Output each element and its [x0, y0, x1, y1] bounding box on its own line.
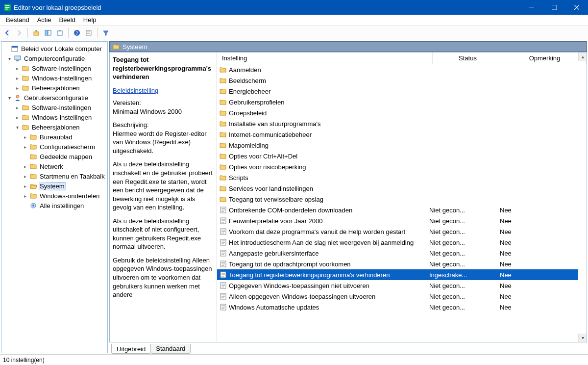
- tree-node[interactable]: Software-instellingen: [3, 103, 106, 112]
- svg-rect-2: [5, 7, 10, 8]
- menu-help[interactable]: Help: [79, 15, 100, 25]
- list-item[interactable]: Toegang tot registerbewerkingsprogramma'…: [217, 269, 578, 280]
- menu-beeld[interactable]: Beeld: [55, 15, 79, 25]
- tree-node-computer-config[interactable]: Computerconfiguratie: [3, 53, 106, 63]
- expand-icon[interactable]: [22, 164, 28, 169]
- menu-actie[interactable]: Actie: [33, 15, 55, 25]
- list-item[interactable]: Gebruikersprofielen: [217, 97, 578, 107]
- list-item[interactable]: Opties voor Ctrl+Alt+Del: [217, 151, 578, 161]
- tree-node[interactable]: Windows-onderdelen: [3, 191, 106, 201]
- properties-button[interactable]: [83, 27, 94, 38]
- tree-node[interactable]: Software-instellingen: [3, 63, 106, 73]
- expand-icon[interactable]: [22, 144, 28, 150]
- expand-icon[interactable]: [14, 76, 20, 81]
- list-item[interactable]: Windows Automatische updates Niet gecon.…: [217, 302, 578, 313]
- list-item-label: Aanmelden: [229, 66, 424, 74]
- export-button[interactable]: [54, 27, 65, 38]
- tree-node[interactable]: Bureaublad: [3, 132, 106, 142]
- scroll-up-icon[interactable]: ▴: [578, 52, 587, 61]
- expand-icon[interactable]: [6, 95, 12, 101]
- list-item[interactable]: Voorkom dat deze programma's vanuit de H…: [217, 226, 578, 237]
- list-item[interactable]: Beeldscherm: [217, 75, 578, 86]
- list-item-label: Aangepaste gebruikersinterface: [229, 250, 424, 257]
- tree-node-systeem[interactable]: Systeem: [3, 181, 106, 191]
- list-item[interactable]: Ontbrekende COM-onderdelen downloaden Ni…: [217, 205, 578, 215]
- tree-node[interactable]: Beheersjablonen: [3, 83, 106, 93]
- tree-node-user-config[interactable]: Gebruikersconfiguratie: [3, 93, 106, 103]
- list-item[interactable]: Toegang tot verwisselbare opslag: [217, 194, 578, 205]
- expand-icon[interactable]: [22, 183, 28, 189]
- close-button[interactable]: [565, 0, 588, 15]
- toolbar-divider: [27, 28, 28, 38]
- list-item[interactable]: Eeuwinterpretatie voor Jaar 2000 Niet ge…: [217, 215, 578, 226]
- tree-node-all-settings[interactable]: Alle instellingen: [3, 201, 106, 210]
- tree-node[interactable]: Windows-instellingen: [3, 73, 106, 83]
- expand-icon[interactable]: [14, 66, 20, 71]
- svg-rect-3: [5, 9, 8, 10]
- expand-icon[interactable]: [22, 193, 28, 199]
- minimize-button[interactable]: [520, 0, 543, 15]
- expand-icon[interactable]: [14, 105, 20, 110]
- back-button[interactable]: [2, 27, 13, 38]
- list-header: Instelling Status Opmerking: [217, 52, 587, 64]
- list-item-status: Niet gecon...: [424, 250, 495, 257]
- description-text: Als u deze beleidsinstelling uitschakelt…: [113, 217, 213, 251]
- policy-icon: [219, 207, 227, 213]
- list-item[interactable]: Het introductiescherm Aan de slag niet w…: [217, 237, 578, 248]
- list-item[interactable]: Toegang tot de opdrachtprompt voorkomen …: [217, 259, 578, 269]
- list-item[interactable]: Installatie van stuurprogramma's: [217, 118, 578, 129]
- filter-button[interactable]: [100, 27, 111, 38]
- description-text: Hiermee wordt de Register-editor van Win…: [113, 130, 206, 155]
- forward-button[interactable]: [14, 27, 24, 38]
- list-item[interactable]: Opgegeven Windows-toepassingen niet uitv…: [217, 280, 578, 291]
- list-item-comment: Nee: [495, 261, 578, 268]
- list-item[interactable]: Scripts: [217, 172, 578, 183]
- list-item-status: Niet gecon...: [424, 217, 495, 225]
- expand-icon[interactable]: [22, 134, 28, 140]
- list-item[interactable]: Aanmelden: [217, 64, 578, 75]
- list-item-label: Scripts: [229, 174, 424, 182]
- help-button[interactable]: ?: [72, 27, 82, 38]
- tree-node[interactable]: Startmenu en Taakbalk: [3, 171, 106, 181]
- tree-node[interactable]: Gedeelde mappen: [3, 152, 106, 161]
- column-header-setting[interactable]: Instelling: [217, 52, 433, 64]
- folder-icon: [219, 121, 227, 127]
- list-item-label: Opties voor Ctrl+Alt+Del: [229, 153, 424, 160]
- navigation-tree[interactable]: Beleid voor Lokale computer Computerconf…: [1, 41, 108, 353]
- tree-node[interactable]: Windows-instellingen: [3, 112, 106, 122]
- tab-extended[interactable]: Uitgebreid: [111, 344, 151, 354]
- tree-node[interactable]: Configuratiescherm: [3, 142, 106, 152]
- up-button[interactable]: [31, 27, 42, 38]
- expand-icon[interactable]: [14, 115, 20, 120]
- list-item[interactable]: Alleen opgegeven Windows-toepassingen ui…: [217, 291, 578, 302]
- tree-node-admin-templates[interactable]: Beheersjablonen: [3, 122, 106, 132]
- column-header-comment[interactable]: Opmerking: [503, 52, 587, 64]
- menu-bestand[interactable]: Bestand: [2, 15, 33, 25]
- list-item[interactable]: Energiebeheer: [217, 86, 578, 97]
- tree-root[interactable]: Beleid voor Lokale computer: [3, 44, 106, 53]
- maximize-button[interactable]: [543, 0, 565, 15]
- description-pane: Toegang tot registerbewerkingsprogramma'…: [110, 52, 217, 342]
- list-item-label: Toegang tot de opdrachtprompt voorkomen: [229, 261, 424, 268]
- expand-icon[interactable]: [14, 125, 20, 130]
- tree-node[interactable]: Netwerk: [3, 161, 106, 171]
- policy-setting-link[interactable]: Beleidsinstelling: [113, 87, 158, 94]
- svg-rect-4: [529, 7, 534, 7]
- view-tabs: Uitgebreid Standaard: [109, 342, 587, 353]
- folder-icon: [219, 185, 227, 191]
- scrollbar[interactable]: ▴ ▾: [578, 52, 587, 342]
- list-item-label: Opgegeven Windows-toepassingen niet uitv…: [229, 282, 424, 289]
- tab-standard[interactable]: Standaard: [150, 344, 191, 354]
- scroll-down-icon[interactable]: ▾: [578, 334, 587, 342]
- list-item[interactable]: Opties voor risicobeperking: [217, 161, 578, 172]
- show-hide-tree-button[interactable]: [43, 27, 53, 38]
- list-item[interactable]: Aangepaste gebruikersinterface Niet geco…: [217, 248, 578, 259]
- expand-icon[interactable]: [14, 85, 20, 91]
- column-header-status[interactable]: Status: [433, 52, 503, 64]
- list-item[interactable]: Mapomleiding: [217, 140, 578, 151]
- list-item[interactable]: Internet-communicatiebeheer: [217, 129, 578, 140]
- list-item[interactable]: Groepsbeleid: [217, 107, 578, 118]
- expand-icon[interactable]: [22, 174, 28, 179]
- expand-icon[interactable]: [6, 56, 12, 61]
- list-item[interactable]: Services voor landinstellingen: [217, 183, 578, 194]
